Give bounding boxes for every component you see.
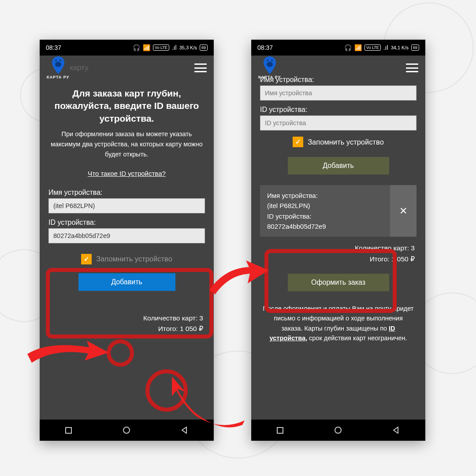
android-nav-bar [251,420,425,441]
nav-recent-button[interactable] [65,427,72,434]
saved-device-card: Имя устройства: (itel P682LPN) ID устрой… [260,185,416,237]
close-icon: ✕ [399,205,407,217]
status-icons: 🎧 📶 Vo LTE .ıl 35,3 K/s 69 [133,44,208,51]
app-logo: КАРТА РУ [258,56,281,79]
what-is-id-link[interactable]: Что такое ID устройства? [48,170,205,177]
qty-label: Количество карт: 3 [260,243,415,254]
remember-checkbox[interactable] [81,254,92,264]
logo-text: КАРТА РУ [258,75,281,79]
header-faded-text: карту [70,63,89,72]
signal-icon: .ıl [383,44,388,51]
remember-checkbox-label: Запомнить устройство [96,255,172,263]
svg-point-1 [60,60,61,61]
checkout-button[interactable]: Оформить заказ [288,274,389,291]
device-id-input[interactable] [48,228,205,243]
qty-label: Количество карт: 3 [48,313,203,324]
menu-button[interactable] [406,63,418,72]
footer-text-b: срок действия карт неограничен. [307,335,407,342]
battery-icon: 69 [411,45,419,51]
nav-home-button[interactable] [123,427,130,434]
net-speed: 35,3 K/s [179,45,197,50]
device-id-input[interactable] [260,115,416,130]
app-header: карту КАРТА РУ [40,56,214,80]
device-id-label: ID устройства: [48,219,205,227]
status-time: 08:37 [257,44,273,51]
status-bar: 08:37 🎧 📶 Vo LTE .ıl 35,3 K/s 69 [40,40,214,56]
lte-icon: Vo LTE [153,45,169,51]
svg-point-5 [267,62,273,67]
device-name-input[interactable] [260,86,416,100]
device-name-label: Имя устройства: [48,189,205,197]
status-icons: 🎧 📶 Vo LTE .ıl 34,1 K/s 69 [344,44,419,51]
headphones-icon: 🎧 [133,44,140,51]
wifi-icon: 📶 [143,44,150,51]
svg-point-2 [55,62,61,67]
lte-icon: Vo LTE [364,45,381,51]
signal-icon: .ıl [172,44,177,51]
app-logo: КАРТА РУ [47,56,69,79]
card-id-value: 80272a4bb05d72e9 [267,221,383,231]
app-header: КАРТА РУ [251,56,425,80]
page-subtitle: При оформлении заказа вы можете указать … [48,129,205,160]
wifi-icon: 📶 [354,44,362,51]
card-name-label: Имя устройства: [267,190,383,201]
svg-point-4 [271,60,273,61]
logo-pin-icon [263,56,277,74]
total-label: Итого: 1 050 ₽ [48,324,203,335]
add-button[interactable]: Добавить [78,273,175,291]
menu-button[interactable] [194,63,207,72]
footer-note: После оформления и оплаты Вам на почту п… [260,304,416,343]
device-name-input[interactable] [48,198,205,213]
headphones-icon: 🎧 [344,44,352,51]
logo-text: КАРТА РУ [47,75,69,79]
android-nav-bar [40,420,214,441]
card-id-label: ID устройства: [267,211,383,221]
logo-pin-icon [51,56,65,74]
remove-device-button[interactable]: ✕ [390,185,416,237]
nav-back-button[interactable] [181,427,188,434]
device-id-label: ID устройства: [260,106,416,114]
phone-screenshot-right: 08:37 🎧 📶 Vo LTE .ıl 34,1 K/s 69 КАРТА Р… [251,40,425,441]
battery-icon: 69 [200,45,208,51]
page-title: Для заказа карт глубин, пожалуйста, введ… [48,87,205,125]
status-bar: 08:37 🎧 📶 Vo LTE .ıl 34,1 K/s 69 [251,40,425,56]
total-label: Итого: 1 050 ₽ [260,254,415,265]
nav-home-button[interactable] [335,427,342,434]
remember-checkbox[interactable] [293,137,303,147]
net-speed: 34,1 K/s [391,45,409,50]
nav-recent-button[interactable] [277,427,283,434]
svg-point-0 [55,60,57,61]
status-time: 08:37 [46,44,61,51]
add-button[interactable]: Добавить [288,157,389,175]
svg-point-3 [267,60,268,61]
nav-back-button[interactable] [393,427,400,434]
card-name-value: (itel P682LPN) [267,201,383,211]
remember-checkbox-label: Запомнить устройство [308,138,384,146]
phone-screenshot-left: 08:37 🎧 📶 Vo LTE .ıl 35,3 K/s 69 карту К… [40,40,214,441]
